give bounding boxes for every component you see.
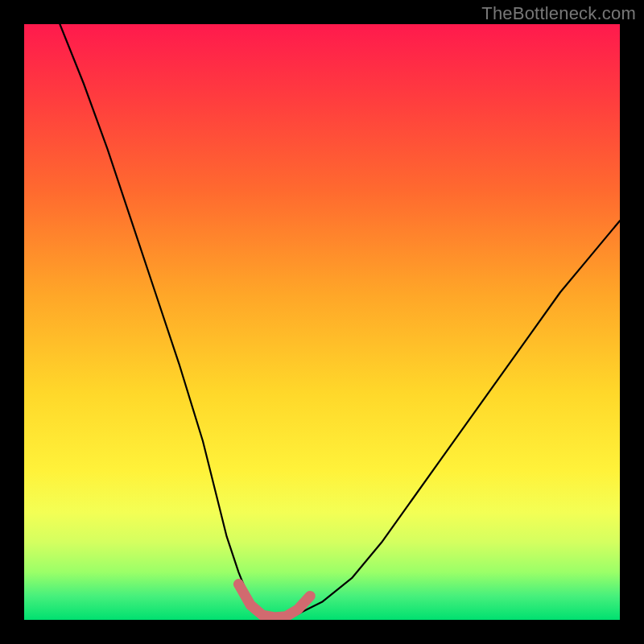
chart-frame: TheBottleneck.com (0, 0, 644, 644)
chart-plot-area (24, 24, 620, 620)
watermark-text: TheBottleneck.com (481, 3, 636, 24)
chart-svg (24, 24, 620, 620)
bottleneck-curve (60, 24, 620, 620)
optimal-region-marker (238, 584, 310, 617)
